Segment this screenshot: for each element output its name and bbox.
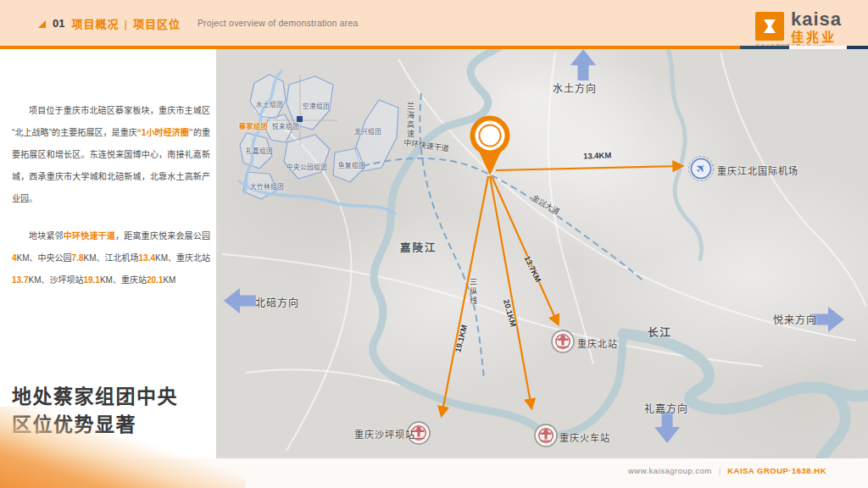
cluster-label-konggang: 空港组团 [303, 101, 330, 110]
direction-label-south: 礼嘉方向 [644, 401, 688, 415]
line-to-chongqing-station [490, 176, 531, 408]
poi-label-chongqing-station: 重庆火车站 [559, 430, 610, 444]
header-divider-gap [789, 46, 847, 49]
cluster-label-central-park: 中央公园组团 [287, 162, 327, 171]
poi-label-airport: 重庆江北国际机场 [717, 164, 798, 177]
page-title-line1: 地处蔡家组团中央 [12, 383, 178, 411]
cluster-label-longxing: 龙兴组团 [354, 126, 381, 136]
section-subtitle-en: Project overview of demonstration area [198, 18, 359, 28]
road-label-sanzong-line: 三纵线 [468, 278, 479, 306]
line-to-airport [496, 166, 682, 170]
cluster-label-yuelai: 悦来组团 [272, 121, 299, 130]
section-number: 01 [53, 17, 64, 30]
footer-divider: | [719, 466, 721, 475]
poi-label-shapingba-station: 重庆沙坪坝站 [354, 427, 415, 441]
footer-website: www.kaisagroup.com [628, 466, 712, 475]
distance-label-airport: 13.4KM [583, 150, 612, 160]
logo-wordmark-cn: 佳兆业 [791, 27, 837, 45]
arrow-left-icon [224, 288, 256, 313]
cluster-label-caijia: 蔡家组团 [239, 121, 268, 130]
location-pin-icon [473, 119, 508, 176]
arrow-up-icon [570, 49, 596, 80]
poi-label-north-station: 重庆北站 [577, 336, 618, 350]
header: 01 项目概况|项目区位 Project overview of demonst… [0, 0, 868, 46]
header-divider-navy-segment [740, 46, 789, 49]
river-label-jialing: 嘉陵江 [400, 239, 437, 255]
small-river [666, 48, 702, 259]
cluster-label-lijia: 礼嘉组团 [246, 146, 273, 155]
road-label-lanhai-expressway: 兰海高速 [405, 102, 416, 139]
breadcrumb: 01 项目概况|项目区位 Project overview of demonst… [38, 0, 359, 46]
header-divider-navy-segment [847, 46, 868, 49]
intro-text: 项目位于重庆市北碚区蔡家板块，重庆市主城区“北上战略”的主要拓展区，是重庆“1小… [12, 100, 210, 307]
location-map: ✈ 水土方向 北碚方向 悦来方向 礼嘉方向 嘉陵江 长江 中环快速干道 金兴大道… [216, 48, 868, 458]
intro-paragraph-1: 项目位于重庆市北碚区蔡家板块，重庆市主城区“北上战略”的主要拓展区，是重庆“1小… [12, 100, 210, 210]
kaisa-logo-icon [755, 12, 784, 41]
railway-station-icon [535, 424, 557, 446]
direction-label-north: 水土方向 [553, 80, 597, 95]
corner-triangle-icon [38, 20, 46, 28]
airport-icon: ✈ [689, 157, 714, 181]
page-title-line2: 区位优势显著 [12, 411, 178, 439]
footer: www.kaisagroup.com | KAISA GROUP·1638.HK [0, 458, 868, 488]
rivers-graphic [373, 48, 868, 458]
line-to-shapingba-station [442, 176, 488, 415]
river-label-yangtze: 长江 [648, 324, 672, 340]
cluster-label-yufu: 鱼复组团 [338, 160, 365, 169]
cluster-label-dazhulin: 大竹林组团 [250, 181, 284, 191]
left-text-panel: 项目位于重庆市北碚区蔡家板块，重庆市主城区“北上战略”的主要拓展区，是重庆“1小… [0, 49, 216, 458]
footer-stock-code: KAISA GROUP·1638.HK [727, 466, 826, 475]
arrow-down-icon [654, 412, 680, 443]
page-title: 地处蔡家组团中央 区位优势显著 [12, 383, 178, 439]
railway-station-icon [552, 330, 574, 352]
yangtze-river-branch [808, 390, 845, 458]
intro-paragraph-2: 地块紧邻中环快速干道，距离重庆悦来会展公园4KM、中央公园7.8KM、江北机场1… [12, 225, 210, 291]
direction-label-east: 悦来方向 [773, 312, 817, 326]
header-divider-line [0, 46, 868, 49]
direction-label-west: 北碚方向 [255, 295, 299, 309]
cluster-label-shuitu: 水土组团 [256, 99, 283, 108]
cluster-inset-graphic [239, 71, 398, 214]
section-title: 项目概况|项目区位 [71, 15, 180, 31]
